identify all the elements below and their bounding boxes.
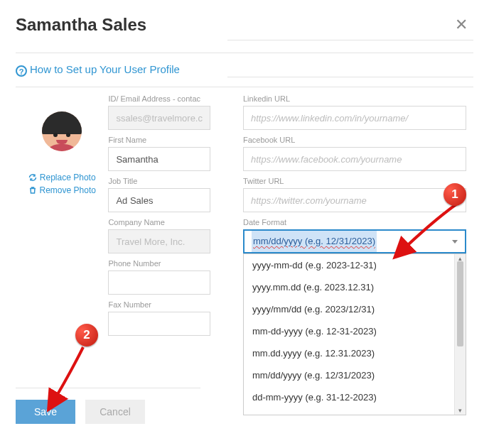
avatar <box>42 111 82 151</box>
date-format-option[interactable]: dd-mm-yyyy (e.g. 31-12-2023) <box>244 386 466 408</box>
annotation-badge-1: 1 <box>444 183 466 206</box>
first-name-label: First Name <box>108 136 210 144</box>
date-format-option[interactable]: mm.dd.yyyy (e.g. 12.31.2023) <box>244 342 466 364</box>
date-format-option[interactable]: dd.mm.yyyy (e.g. 31.12.2023) <box>244 408 466 415</box>
page-title: Samantha Sales <box>16 15 146 35</box>
trash-icon <box>28 186 37 195</box>
help-link-text: How to Set up Your User Profile <box>30 63 180 75</box>
cancel-button[interactable]: Cancel <box>85 400 145 424</box>
replace-photo-label: Replace Photo <box>40 173 96 182</box>
phone-input[interactable] <box>108 271 210 295</box>
date-format-option[interactable]: mm-dd-yyyy (e.g. 12-31-2023) <box>244 320 466 342</box>
job-title-input[interactable] <box>108 188 210 212</box>
id-value: ssales@travelmore.c <box>108 106 210 130</box>
scroll-down-icon: ▾ <box>455 407 466 414</box>
annotation-badge-2: 2 <box>75 324 98 346</box>
help-icon: ? <box>16 65 27 77</box>
annotation-arrow-1 <box>389 200 468 267</box>
twitter-label: Twitter URL <box>243 177 466 185</box>
linkedin-label: Linkedin URL <box>243 94 466 103</box>
company-value: Travel More, Inc. <box>108 229 210 253</box>
phone-label: Phone Number <box>108 259 210 268</box>
remove-photo-label: Remove Photo <box>40 185 96 195</box>
scrollbar-thumb[interactable] <box>457 261 463 346</box>
close-icon[interactable]: ✕ <box>449 13 473 37</box>
fax-input[interactable] <box>108 312 210 336</box>
replace-photo-link[interactable]: Replace Photo <box>16 173 108 182</box>
fax-label: Fax Number <box>108 300 210 309</box>
id-label: ID/ Email Address - contac <box>108 94 210 103</box>
facebook-input[interactable] <box>243 147 466 171</box>
date-format-option[interactable]: yyyy.mm.dd (e.g. 2023.12.31) <box>244 276 466 298</box>
date-format-option[interactable]: yyyy/mm/dd (e.g. 2023/12/31) <box>244 298 466 320</box>
linkedin-input[interactable] <box>243 106 466 130</box>
first-name-input[interactable] <box>108 147 210 171</box>
refresh-icon <box>28 173 37 182</box>
remove-photo-link[interactable]: Remove Photo <box>16 185 108 195</box>
date-format-option[interactable]: mm/dd/yyyy (e.g. 12/31/2023) <box>244 364 466 386</box>
job-title-label: Job Title <box>108 177 210 185</box>
company-label: Company Name <box>108 218 210 226</box>
annotation-arrow-2 <box>44 344 94 417</box>
date-format-selected: mm/dd/yyyy (e.g. 12/31/2023) <box>252 231 377 252</box>
dropdown-scrollbar[interactable]: ▴ ▾ <box>454 254 466 415</box>
facebook-label: Facebook URL <box>243 136 466 144</box>
help-link[interactable]: ?How to Set up Your User Profile <box>16 63 180 75</box>
date-format-dropdown: yyyy-mm-dd (e.g. 2023-12-31) yyyy.mm.dd … <box>243 253 466 415</box>
